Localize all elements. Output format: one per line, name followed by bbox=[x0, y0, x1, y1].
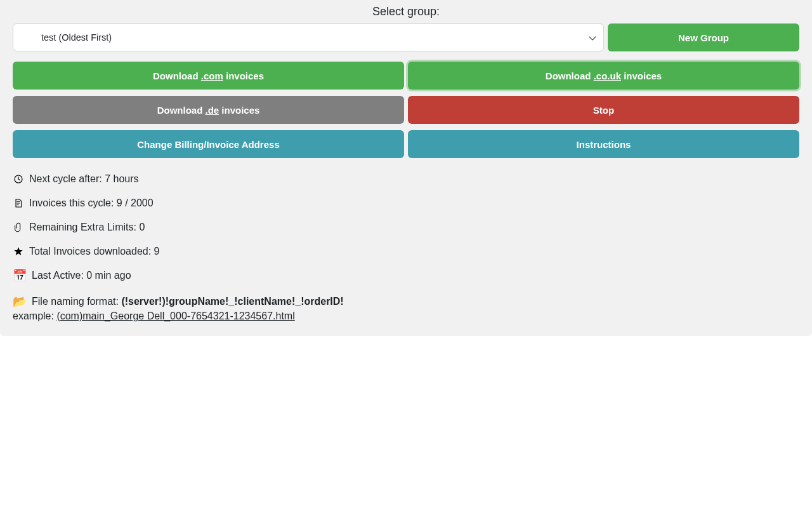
clock-icon bbox=[13, 174, 24, 184]
total-downloaded-text: Total Invoices downloaded: 9 bbox=[29, 246, 159, 257]
next-cycle-text: Next cycle after: 7 hours bbox=[29, 173, 139, 185]
total-downloaded-row: Total Invoices downloaded: 9 bbox=[13, 246, 799, 257]
invoices-cycle-text: Invoices this cycle: 9 / 2000 bbox=[29, 197, 154, 209]
remaining-limits-text: Remaining Extra Limits: 0 bbox=[29, 222, 145, 233]
example-filename: (com)main_George Dell_000-7654321-123456… bbox=[56, 311, 294, 321]
last-active-row: 📅 Last Active: 0 min ago bbox=[13, 270, 799, 281]
change-billing-button[interactable]: Change Billing/Invoice Address bbox=[13, 130, 404, 158]
new-group-button[interactable]: New Group bbox=[608, 23, 799, 51]
file-format-block: 📂 File naming format: (!server!)!groupNa… bbox=[13, 294, 799, 323]
star-icon bbox=[13, 246, 24, 257]
last-active-text: Last Active: 0 min ago bbox=[32, 270, 131, 281]
stop-button[interactable]: Stop bbox=[408, 96, 799, 124]
select-group-label: Select group: bbox=[13, 5, 799, 18]
calendar-icon: 📅 bbox=[13, 270, 27, 281]
invoices-cycle-row: Invoices this cycle: 9 / 2000 bbox=[13, 197, 799, 209]
group-select[interactable]: test (Oldest First) bbox=[13, 23, 604, 51]
instructions-button[interactable]: Instructions bbox=[408, 130, 799, 158]
download-couk-button[interactable]: Download .co.uk invoices bbox=[408, 62, 799, 90]
folder-icon: 📂 bbox=[13, 296, 27, 307]
remaining-limits-row: Remaining Extra Limits: 0 bbox=[13, 222, 799, 233]
document-icon bbox=[13, 198, 24, 208]
download-de-button[interactable]: Download .de invoices bbox=[13, 96, 404, 124]
download-com-button[interactable]: Download .com invoices bbox=[13, 62, 404, 90]
paperclip-icon bbox=[13, 222, 24, 232]
next-cycle-row: Next cycle after: 7 hours bbox=[13, 173, 799, 185]
